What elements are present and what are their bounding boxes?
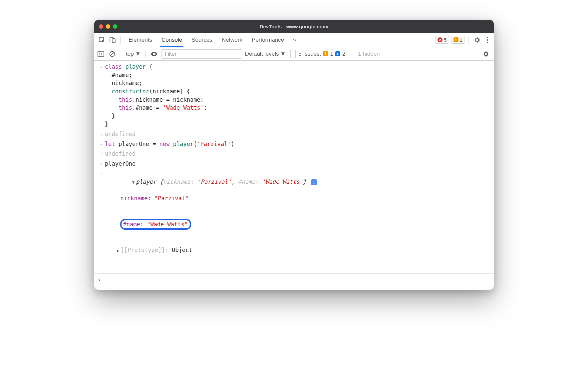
issues-button[interactable]: 3 Issues: ! 1 ➤ 2	[295, 50, 348, 58]
separator	[145, 50, 146, 58]
expand-caret-icon[interactable]	[117, 248, 121, 253]
log-levels-selector[interactable]: Default levels ▼	[245, 51, 286, 57]
tab-label: Sources	[191, 37, 212, 43]
separator	[121, 50, 121, 58]
issues-label: 3 Issues:	[298, 51, 321, 57]
tab-label: Console	[161, 37, 182, 43]
warning-icon: !	[323, 51, 328, 56]
object-property-row[interactable]: [[Prototype]]: Object	[105, 246, 317, 254]
input-marker-icon	[98, 63, 105, 70]
console-output-row: player {nickname: 'Parzival', #name: 'Wa…	[94, 169, 494, 272]
svg-point-5	[487, 42, 488, 43]
code-block: playerOne	[105, 160, 136, 168]
issues-info-count: 2	[342, 51, 345, 57]
result-value: undefined	[105, 150, 136, 158]
device-toggle-icon[interactable]	[108, 36, 117, 44]
console-input-row[interactable]: class player { #name; nickname; construc…	[94, 62, 494, 129]
tab-label: Network	[222, 37, 242, 43]
code-block: let playerOne = new player('Parzival')	[105, 140, 234, 148]
panel-tabs: Elements Console Sources Network Perform…	[124, 33, 289, 47]
console-settings-gear-icon[interactable]	[480, 51, 491, 57]
more-menu-icon[interactable]	[484, 37, 490, 43]
tab-sources[interactable]: Sources	[187, 33, 217, 47]
chevron-down-icon: ▼	[280, 51, 286, 57]
result-value: undefined	[105, 130, 136, 138]
tab-network[interactable]: Network	[217, 33, 247, 47]
console-input-row[interactable]: playerOne	[94, 159, 494, 169]
svg-line-9	[111, 52, 114, 56]
separator	[353, 50, 353, 58]
tab-label: Elements	[129, 37, 152, 43]
svg-point-4	[487, 39, 488, 41]
tab-performance[interactable]: Performance	[247, 33, 289, 47]
highlighted-private-field: #name: "Wade Watts"	[120, 219, 191, 230]
titlebar: DevTools - www.google.com/	[94, 20, 494, 33]
warning-icon: !	[453, 37, 458, 42]
svg-point-3	[487, 37, 488, 38]
window-title: DevTools - www.google.com/	[94, 24, 494, 29]
object-tree[interactable]: player {nickname: 'Parzival', #name: 'Wa…	[105, 170, 317, 271]
tab-elements[interactable]: Elements	[124, 33, 157, 47]
inspect-icon[interactable]	[98, 36, 106, 44]
console-prompt[interactable]: ›	[94, 273, 494, 286]
output-marker-icon	[98, 170, 105, 177]
separator	[120, 36, 121, 44]
error-count: 5	[444, 37, 446, 43]
warning-badge[interactable]: ! 1	[451, 36, 465, 44]
class-name: player	[136, 178, 156, 185]
warning-count: 1	[460, 37, 462, 43]
context-label: top	[126, 51, 134, 57]
console-input-row[interactable]: let playerOne = new player('Parzival')	[94, 139, 494, 149]
context-selector[interactable]: top ▼	[126, 51, 141, 57]
error-icon: ✕	[438, 37, 442, 42]
clear-console-icon[interactable]	[108, 50, 116, 58]
error-badge[interactable]: ✕ 5	[435, 36, 449, 44]
expand-caret-icon[interactable]	[132, 180, 136, 185]
separator	[468, 36, 468, 44]
prompt-chevron-icon: ›	[98, 276, 101, 284]
console-output-row: undefined	[94, 149, 494, 159]
svg-rect-2	[112, 39, 115, 43]
hidden-count: 1 hidden	[358, 51, 380, 57]
tab-label: Performance	[252, 37, 284, 43]
live-expression-eye-icon[interactable]	[150, 50, 158, 58]
console-log-area: class player { #name; nickname; construc…	[94, 61, 494, 290]
more-tabs-chevron-icon[interactable]: »	[291, 36, 298, 43]
tab-console[interactable]: Console	[157, 33, 187, 47]
output-marker-icon	[98, 150, 105, 157]
main-toolbar: Elements Console Sources Network Perform…	[94, 33, 494, 47]
code-block: class player { #name; nickname; construc…	[105, 63, 207, 128]
issues-warn-count: 1	[330, 51, 333, 57]
sidebar-toggle-icon[interactable]	[97, 50, 105, 58]
object-property-row[interactable]: nickname: "Parzival"	[105, 194, 317, 203]
settings-gear-icon[interactable]	[472, 37, 482, 43]
input-marker-icon	[98, 160, 105, 167]
console-toolbar: top ▼ Default levels ▼ 3 Issues: ! 1 ➤ 2…	[94, 47, 494, 61]
input-marker-icon	[98, 140, 105, 148]
info-icon[interactable]: i	[311, 179, 317, 185]
levels-label: Default levels	[245, 51, 279, 57]
info-icon: ➤	[335, 51, 340, 56]
console-output-row: undefined	[94, 129, 494, 139]
object-property-row[interactable]: #name: "Wade Watts"	[105, 219, 317, 230]
devtools-window: DevTools - www.google.com/ Elements Cons…	[94, 20, 494, 290]
output-marker-icon	[98, 130, 105, 138]
filter-input[interactable]	[161, 49, 241, 59]
separator	[290, 50, 291, 58]
chevron-down-icon: ▼	[135, 51, 141, 57]
